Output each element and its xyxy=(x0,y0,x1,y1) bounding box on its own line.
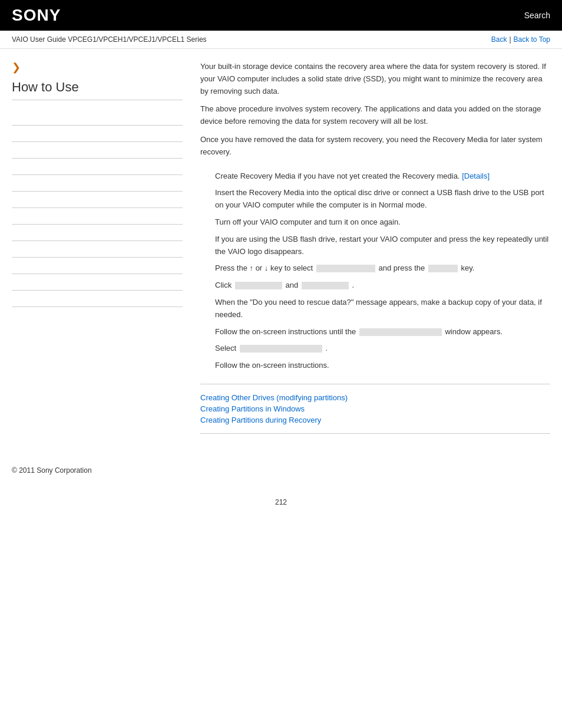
sidebar-nav-item[interactable] xyxy=(12,192,183,208)
step-5: Click and . xyxy=(215,279,550,292)
step-4-text-start: Press the ↑ or ↓ key to select xyxy=(215,263,313,272)
step-4-key-placeholder xyxy=(428,265,458,272)
sidebar-title: How to Use xyxy=(12,80,183,100)
step-5-text-start: Click xyxy=(215,281,232,289)
copyright-text: © 2011 Sony Corporation xyxy=(12,466,92,475)
sidebar-nav-item[interactable] xyxy=(12,208,183,225)
main-content: Your built-in storage device contains th… xyxy=(194,61,550,443)
sidebar-nav-item[interactable] xyxy=(12,159,183,175)
sidebar-nav-item[interactable] xyxy=(12,142,183,159)
step-8-text-start: Select xyxy=(215,344,236,353)
sony-logo: SONY xyxy=(12,6,61,25)
breadcrumb-separator: | xyxy=(509,35,511,44)
sidebar-nav-item[interactable] xyxy=(12,258,183,274)
step-2: Insert the Recovery Media into the optic… xyxy=(215,187,550,212)
paragraph-2: The above procedure involves system reco… xyxy=(200,103,550,128)
intro-section: Your built-in storage device contains th… xyxy=(200,61,550,159)
content-divider-1 xyxy=(200,384,550,384)
step-7-text-start: Follow the on-screen instructions until … xyxy=(215,327,356,336)
search-button[interactable]: Search xyxy=(524,11,550,20)
sidebar-chevron-icon: ❯ xyxy=(12,61,183,74)
steps-section: Create Recovery Media if you have not ye… xyxy=(200,170,550,372)
step-7-text-end: window appears. xyxy=(445,327,503,336)
paragraph-3: Once you have removed the data for syste… xyxy=(200,134,550,159)
step-8-placeholder xyxy=(240,345,322,353)
step-3a: Turn off your VAIO computer and turn it … xyxy=(215,216,550,229)
step-4-text-end: key. xyxy=(461,263,474,272)
page-number: 212 xyxy=(0,486,562,518)
guide-title: VAIO User Guide VPCEG1/VPCEH1/VPCEJ1/VPC… xyxy=(12,35,207,44)
step-1-text: Create Recovery Media if you have not ye… xyxy=(215,172,460,180)
step-1: Create Recovery Media if you have not ye… xyxy=(215,170,550,183)
content-divider-2 xyxy=(200,433,550,434)
sidebar-nav-item[interactable] xyxy=(12,126,183,142)
step-8-period: . xyxy=(325,344,328,353)
related-link-1[interactable]: Creating Other Drives (modifying partiti… xyxy=(200,393,550,402)
step-3b: If you are using the USB flash drive, re… xyxy=(215,233,550,258)
step-8: Select . xyxy=(215,342,550,355)
step-6: When the "Do you need to rescue data?" m… xyxy=(215,297,550,321)
sidebar-nav-item[interactable] xyxy=(12,291,183,307)
step-5-placeholder-2 xyxy=(302,282,349,289)
back-link[interactable]: Back xyxy=(491,35,507,44)
sidebar-nav-item[interactable] xyxy=(12,274,183,291)
step-5-text-mid: and xyxy=(285,281,298,289)
step-9: Follow the on-screen instructions. xyxy=(215,360,550,372)
step-4: Press the ↑ or ↓ key to select and press… xyxy=(215,262,550,275)
related-link-3[interactable]: Creating Partitions during Recovery xyxy=(200,416,550,424)
page-footer: © 2011 Sony Corporation xyxy=(0,454,562,486)
sidebar: ❯ How to Use xyxy=(12,61,194,443)
sidebar-nav-item[interactable] xyxy=(12,241,183,258)
step-4-text-mid: and press the xyxy=(378,263,425,272)
related-link-2[interactable]: Creating Partitions in Windows xyxy=(200,404,550,413)
breadcrumb-navigation: Back | Back to Top xyxy=(491,35,550,44)
sidebar-nav-item[interactable] xyxy=(12,109,183,126)
step-5-period: . xyxy=(352,281,354,289)
sidebar-nav-item[interactable] xyxy=(12,175,183,192)
step-7-placeholder xyxy=(359,328,442,336)
back-to-top-link[interactable]: Back to Top xyxy=(514,35,550,44)
page-header: SONY Search xyxy=(0,0,562,31)
step-5-placeholder-1 xyxy=(235,282,282,289)
related-links-section: Creating Other Drives (modifying partiti… xyxy=(200,393,550,424)
breadcrumb-bar: VAIO User Guide VPCEG1/VPCEH1/VPCEJ1/VPC… xyxy=(0,31,562,49)
step-7: Follow the on-screen instructions until … xyxy=(215,326,550,338)
sidebar-nav-list xyxy=(12,109,183,307)
sidebar-nav-item[interactable] xyxy=(12,225,183,241)
main-container: ❯ How to Use Your built-in storage devic… xyxy=(0,49,562,454)
step-4-placeholder xyxy=(316,265,375,272)
paragraph-1: Your built-in storage device contains th… xyxy=(200,61,550,97)
details-link[interactable]: [Details] xyxy=(462,172,490,180)
